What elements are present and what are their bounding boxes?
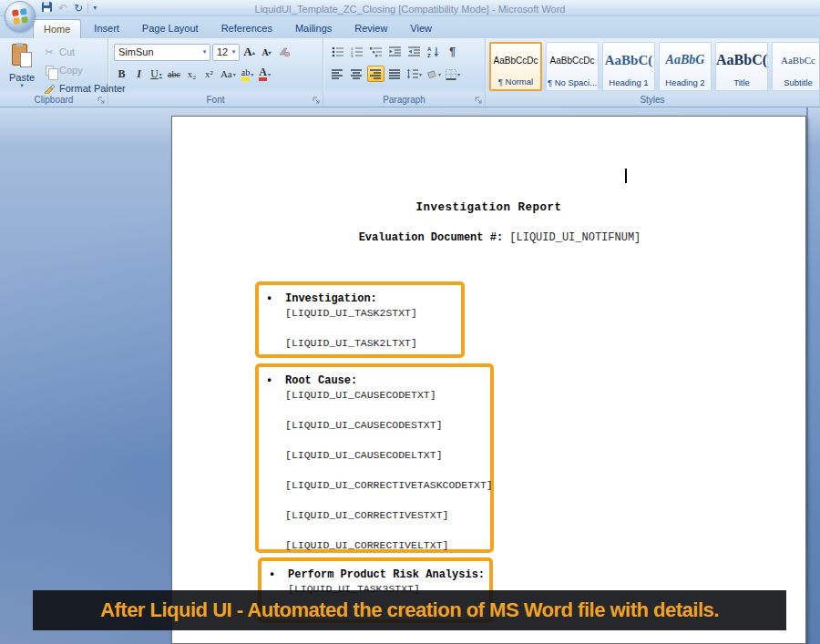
style-card[interactable]: AaBbCcDc ¶ No Spaci... xyxy=(546,42,599,91)
placeholder-lines: [LIQUID_UI_CAUSECODETXT] [LIQUID_UI_CAUS… xyxy=(266,388,487,553)
chevron-down-icon[interactable]: ▾ xyxy=(200,48,210,56)
style-sample: AaBbCcDc xyxy=(547,43,598,77)
style-sample: AaBbG xyxy=(660,43,711,77)
paragraph-dialog-launcher[interactable] xyxy=(474,96,483,105)
shading-button[interactable]: ▾ xyxy=(425,66,442,82)
save-button[interactable] xyxy=(40,2,54,15)
document-heading: Investigation Report xyxy=(172,201,805,214)
office-button[interactable] xyxy=(5,1,36,32)
change-case-button[interactable]: Aa▾ xyxy=(219,66,238,82)
section-heading: Root Cause: xyxy=(285,373,357,388)
ribbon-tab[interactable]: Home xyxy=(33,19,81,38)
placeholder-line: [LIQUID_UI_CORRECTIVELTXT] xyxy=(285,538,487,553)
dialog-launcher-icon xyxy=(312,96,321,105)
sort-button[interactable]: A Z xyxy=(425,44,442,60)
bullet-icon: • xyxy=(266,291,285,306)
style-name: Heading 2 xyxy=(660,77,711,87)
style-card[interactable]: AaBbG Heading 2 xyxy=(659,42,712,91)
font-color-icon: A xyxy=(259,66,267,81)
ribbon-tab[interactable]: Insert xyxy=(84,19,129,38)
tab-label: Home xyxy=(44,24,70,35)
group-styles: AaBbCcDc ¶ Normal AaBbCcDc ¶ No Spaci...… xyxy=(486,38,820,107)
multilevel-list-icon xyxy=(370,46,383,57)
style-sample: AaBbCc xyxy=(773,43,820,77)
window-right-edge xyxy=(806,107,808,644)
document-page[interactable]: Investigation Report Evaluation Document… xyxy=(171,116,806,644)
align-center-button[interactable] xyxy=(348,66,365,82)
bold-button[interactable]: B xyxy=(114,66,129,82)
increase-indent-button[interactable] xyxy=(405,44,423,60)
office-logo-icon xyxy=(12,8,28,25)
ribbon-tab[interactable]: Mailings xyxy=(285,19,342,38)
redo-button[interactable]: ↻ xyxy=(72,2,85,15)
dialog-launcher-icon xyxy=(97,96,106,105)
qat-customize-button[interactable]: ▾ xyxy=(91,2,98,15)
font-name-combo[interactable]: SimSun ▾ xyxy=(114,44,210,61)
dialog-launcher-icon xyxy=(474,96,483,105)
decrease-indent-button[interactable] xyxy=(386,44,404,60)
numbering-icon: 123 xyxy=(351,46,364,57)
style-card[interactable]: AaBbC( Title xyxy=(715,42,768,91)
ribbon-tab[interactable]: References xyxy=(211,19,282,38)
placeholder-line: [LIQUID_UI_CAUSECODESTXT] xyxy=(285,418,487,433)
undo-button[interactable]: ↶ xyxy=(56,2,69,15)
text-highlight-button[interactable]: ab▾ xyxy=(240,66,255,82)
clear-formatting-icon xyxy=(278,46,290,57)
style-sample: AaBbC( xyxy=(603,43,654,77)
cut-label: Cut xyxy=(59,46,75,57)
group-label-font: Font xyxy=(108,94,323,107)
italic-button[interactable]: I xyxy=(131,66,147,82)
multilevel-list-button[interactable] xyxy=(367,44,384,60)
style-name: Title xyxy=(716,77,767,87)
placeholder-line: [LIQUID_UI_CORRECTIVETASKCODETXT] xyxy=(285,478,487,493)
chevron-down-icon: ▾ xyxy=(93,4,97,12)
numbering-button[interactable]: 123 xyxy=(348,44,365,60)
group-paragraph: 123 xyxy=(323,38,486,107)
bullet-heading-row: • Perform Product Risk Analysis: xyxy=(269,567,486,582)
bullets-button[interactable] xyxy=(329,44,346,60)
ribbon-tab[interactable]: Review xyxy=(344,19,397,38)
show-hide-paragraph-button[interactable]: ¶ xyxy=(444,44,461,60)
font-color-button[interactable]: A▾ xyxy=(257,66,272,82)
align-right-icon xyxy=(370,69,382,79)
shrink-font-button[interactable]: A▾ xyxy=(259,44,274,60)
tab-label: Review xyxy=(354,23,387,34)
sort-icon: A Z xyxy=(427,46,440,57)
font-dialog-launcher[interactable] xyxy=(312,96,321,105)
justify-button[interactable] xyxy=(386,66,404,82)
align-right-button[interactable] xyxy=(367,66,384,82)
strikethrough-button[interactable]: abc xyxy=(166,66,182,82)
ribbon-tab[interactable]: Page Layout xyxy=(132,19,209,38)
line-spacing-icon xyxy=(406,68,419,79)
evaluation-line: Evaluation Document #: [LIQUID_UI_NOTIFN… xyxy=(172,231,805,244)
underline-button[interactable]: U▾ xyxy=(149,66,164,82)
group-font: SimSun ▾ 12 ▾ A▴ A▾ B I xyxy=(108,38,323,107)
font-name-value: SimSun xyxy=(118,46,200,57)
placeholder-line: [LIQUID_UI_CAUSECODETXT] xyxy=(285,388,487,403)
group-label-paragraph: Paragraph xyxy=(323,94,485,107)
chevron-down-icon[interactable]: ▾ xyxy=(229,48,239,56)
borders-button[interactable]: ▾ xyxy=(444,66,461,82)
style-card[interactable]: AaBbCcDc ¶ Normal xyxy=(489,42,542,91)
style-name: Heading 1 xyxy=(603,77,654,87)
clear-formatting-button[interactable] xyxy=(276,44,292,60)
annotation-box: • Root Cause: [LIQUID_UI_CAUSECODETXT] [… xyxy=(255,363,494,553)
grow-font-button[interactable]: A▴ xyxy=(241,44,257,60)
paste-dropdown-icon[interactable]: ▾ xyxy=(5,83,38,88)
align-left-icon xyxy=(332,69,343,79)
group-label-clipboard: Clipboard xyxy=(0,94,108,107)
align-left-button[interactable] xyxy=(329,66,346,82)
ribbon-tab[interactable]: View xyxy=(400,19,442,38)
paste-button[interactable]: Paste ▾ xyxy=(5,41,39,93)
style-card[interactable]: AaBbCc Subtitle xyxy=(772,42,820,91)
superscript-button[interactable]: x² xyxy=(201,66,217,82)
svg-text:Z: Z xyxy=(427,53,431,57)
annotation-box: • Investigation: [LIQUID_UI_TASK2STXT] [… xyxy=(255,281,465,358)
style-sample: AaBbC( xyxy=(716,43,767,77)
line-spacing-button[interactable]: ▾ xyxy=(405,66,423,82)
subscript-button[interactable]: x₂ xyxy=(184,66,200,82)
clipboard-dialog-launcher[interactable] xyxy=(97,96,106,105)
style-card[interactable]: AaBbC( Heading 1 xyxy=(602,42,655,91)
font-size-combo[interactable]: 12 ▾ xyxy=(212,44,240,61)
word-window: LiquidUI_Template_ZC_Closing [Compatibil… xyxy=(0,0,820,644)
